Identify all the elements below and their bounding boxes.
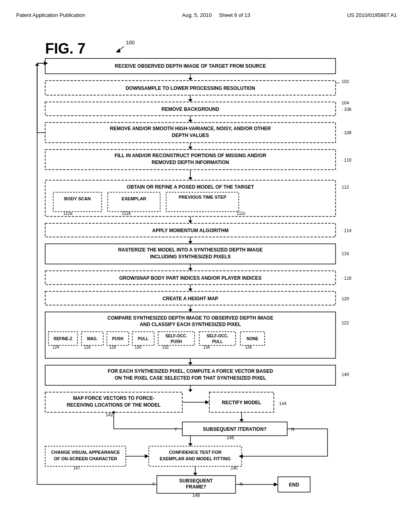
box-receive-text: RECEIVE OBSERVED DEPTH IMAGE OF TARGET F… [115,63,266,69]
svg-marker-150 [274,482,278,486]
svg-text:CREATE A HEIGHT MAP: CREATE A HEIGHT MAP [163,296,218,301]
svg-marker-33 [188,177,192,180]
svg-text:DEPTH VALUES: DEPTH VALUES [172,133,209,138]
svg-text:PULL: PULL [212,339,223,344]
svg-text:144: 144 [279,401,286,406]
svg-text:N: N [240,482,243,486]
svg-text:· 110: · 110 [342,158,351,162]
svg-marker-103 [188,389,192,392]
svg-rect-37 [53,192,102,212]
svg-text:MAG.: MAG. [87,337,98,341]
svg-marker-58 [188,268,192,271]
header-right: US 2010/0195867 A1 [347,12,397,18]
svg-text:112b: 112b [122,211,131,216]
svg-marker-1 [116,48,121,52]
svg-text:102: 102 [342,79,349,84]
svg-text:FOR EACH SYNTHESIZED PIXEL, CO: FOR EACH SYNTHESIZED PIXEL, COMPUTE A FO… [108,368,273,374]
svg-text:120: 120 [342,296,349,301]
svg-text:N: N [291,427,294,432]
svg-text:FRAME?: FRAME? [186,484,206,490]
svg-text:SUBSEQUENT ITERATION?: SUBSEQUENT ITERATION? [203,426,267,432]
svg-text:COMPARE SYNTHESIZED DEPTH IMAG: COMPARE SYNTHESIZED DEPTH IMAGE TO OBSER… [107,315,273,321]
svg-marker-47 [188,220,192,223]
svg-text:122: 122 [342,320,349,325]
svg-marker-132 [145,454,149,458]
svg-text:Y: Y [174,427,177,432]
svg-marker-27 [188,147,192,150]
svg-text:SELF-OCC.: SELF-OCC. [206,334,228,338]
svg-marker-16 [188,120,192,123]
svg-text:· 106: · 106 [342,107,351,112]
svg-text:SUBSEQUENT: SUBSEQUENT [179,478,213,484]
svg-marker-63 [188,289,192,291]
svg-marker-52 [188,241,192,244]
svg-text:RECEIVING LOCATIONS OF THE MOD: RECEIVING LOCATIONS OF THE MODEL [67,402,161,408]
svg-text:116: 116 [342,251,349,256]
header-center: Aug. 5, 2010 Sheet 6 of 13 [182,12,250,18]
svg-text:PULL: PULL [138,337,148,341]
svg-marker-147 [35,63,39,66]
svg-text:APPLY MOMENTUM ALGORITHM: APPLY MOMENTUM ALGORITHM [152,228,229,233]
svg-text:134: 134 [203,345,210,349]
svg-text:124: 124 [52,345,59,349]
svg-text:INCLUDING SYNTHESIZED PIXELS: INCLUDING SYNTHESIZED PIXELS [150,254,231,260]
svg-text:PUSH: PUSH [171,339,182,344]
svg-text:148: 148 [192,493,200,498]
svg-text:EXEMPLAR: EXEMPLAR [121,196,146,201]
svg-marker-109 [205,400,209,404]
svg-rect-40 [108,192,160,212]
svg-text:146: 146 [231,466,238,470]
ref-100: 100 [126,39,135,46]
svg-text:GROW/SNAP BODY PART INDICES AN: GROW/SNAP BODY PART INDICES AND/OR PLAYE… [119,275,261,281]
svg-text:REFINE-Z: REFINE-Z [54,337,72,341]
svg-text:FILL IN AND/OR RECONSTRUCT POR: FILL IN AND/OR RECONSTRUCT PORTIONS OF M… [115,153,267,158]
svg-text:NONE: NONE [247,337,259,341]
svg-marker-126 [188,443,192,446]
svg-text:· 108: · 108 [342,130,351,135]
svg-text:136: 136 [245,345,252,349]
svg-text:132: 132 [162,345,169,349]
svg-text:126: 126 [84,345,91,349]
svg-marker-97 [188,362,192,365]
svg-text:128: 128 [109,345,116,349]
svg-text:112a: 112a [63,211,73,216]
svg-text:MAP FORCE VECTORS TO FORCE-: MAP FORCE VECTORS TO FORCE- [73,395,154,401]
svg-text:147: 147 [73,466,80,470]
svg-marker-138 [193,473,197,476]
svg-text:EXEMPLAR AND MODEL FITTING: EXEMPLAR AND MODEL FITTING [160,456,231,461]
svg-text:CONFIDENCE TEST FOR: CONFIDENCE TEST FOR [169,450,221,455]
header-left: Patent Application Publication [16,12,85,18]
svg-text:BODY SCAN: BODY SCAN [64,196,91,201]
svg-text:112c: 112c [237,211,246,216]
svg-text:DOWNSAMPLE TO LOWER PROCESSING: DOWNSAMPLE TO LOWER PROCESSING RESOLUTIO… [125,85,255,91]
svg-text:REMOVE BACKGROUND: REMOVE BACKGROUND [161,106,219,112]
svg-text:CHANGE VISUAL APPEARANCE: CHANGE VISUAL APPEARANCE [51,450,120,455]
svg-text:SELF-OCC.: SELF-OCC. [165,334,187,338]
svg-text:ON THE PIXEL CASE SELECTED FOR: ON THE PIXEL CASE SELECTED FOR THAT SYNT… [115,375,266,381]
svg-text:AND CLASSIFY EACH SYNTHESIZED : AND CLASSIFY EACH SYNTHESIZED PIXEL [140,322,241,327]
svg-text:RASTERIZE THE MODEL INTO A SYN: RASTERIZE THE MODEL INTO A SYNTHESIZED D… [118,247,263,253]
page: Patent Application Publication Aug. 5, 2… [0,0,413,532]
fig-label: FIG. 7 [45,40,86,57]
svg-text:END: END [289,482,299,488]
svg-text:104: 104 [342,100,349,105]
svg-text:Y: Y [152,482,155,486]
page-header: Patent Application Publication Aug. 5, 2… [16,8,397,26]
svg-text:· 118: · 118 [342,276,351,281]
svg-text:PREVIOUS TIME STEP: PREVIOUS TIME STEP [179,195,226,200]
svg-text:OBTAIN OR REFINE A POSED MODEL: OBTAIN OR REFINE A POSED MODEL OF THE TA… [127,184,254,190]
svg-text:REMOVE AND/OR SMOOTH HIGH-VARI: REMOVE AND/OR SMOOTH HIGH-VARIANCE, NOIS… [110,126,271,131]
svg-text:140: 140 [342,372,349,377]
svg-marker-68 [188,309,192,312]
svg-text:145: 145 [227,435,234,440]
svg-text:REMOVED DEPTH INFORMATION: REMOVED DEPTH INFORMATION [152,160,229,165]
svg-text:OF ON-SCREEN CHARACTER: OF ON-SCREEN CHARACTER [54,456,117,461]
svg-marker-114 [240,419,244,422]
svg-text:112: 112 [342,185,349,189]
svg-text:PUSH: PUSH [112,337,123,341]
svg-marker-10 [188,99,192,102]
diagram-svg: FIG. 7 100 RECEIVE OBSERVED DEPTH IMAGE … [25,30,388,506]
svg-text:RECTIFY MODEL: RECTIFY MODEL [222,400,261,405]
svg-text:130: 130 [135,345,142,349]
svg-marker-4 [188,78,192,81]
